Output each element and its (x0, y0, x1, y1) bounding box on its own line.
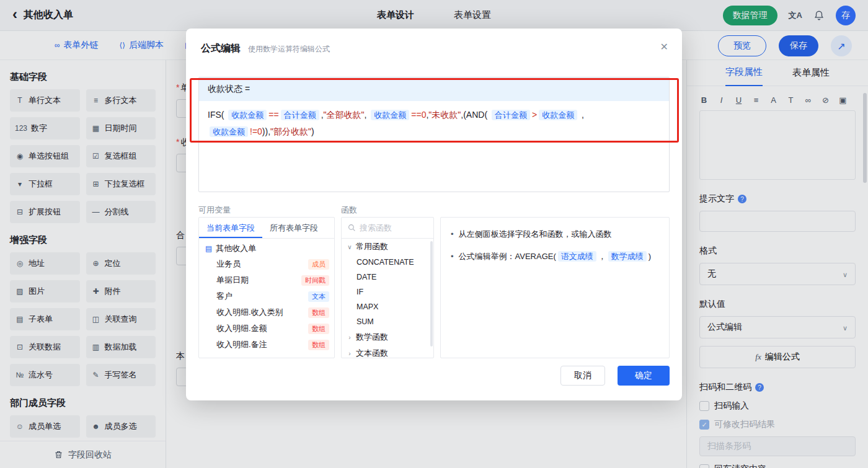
variable-name: 业务员 (216, 258, 241, 270)
function-group-label: 数学函数 (356, 332, 388, 343)
formula-editor[interactable]: 收款状态 = IFS( 收款金额==合计金额,"全部收款", 收款金额==0,"… (198, 77, 670, 192)
variable-type-tag: 数组 (308, 307, 329, 318)
function-group[interactable]: ∨常用函数 (342, 239, 433, 255)
search-icon (348, 224, 356, 232)
variable-name: 收入明细.收入类别 (216, 307, 283, 318)
help-example-prefix: 公式编辑举例：AVERAGE( (459, 252, 556, 261)
help-example-separator: ， (598, 252, 606, 261)
formula-target-line: 收款状态 = (199, 77, 669, 101)
functions-scrollbar[interactable] (430, 241, 433, 347)
formula-help-panel: • 从左侧面板选择字段名和函数，或输入函数 • 公式编辑举例：AVERAGE(语… (440, 217, 670, 358)
formula-token: !=0 (250, 126, 262, 136)
formula-token: "部分收款" (270, 126, 311, 136)
variable-row[interactable]: 收入明细.金额数组 (199, 320, 334, 337)
tab-all-form-fields[interactable]: 所有表单字段 (262, 218, 326, 238)
functions-panel: 搜索函数 ∨常用函数CONCATENATEDATEIFMAPXSUM›数学函数›… (341, 217, 434, 358)
modal-header: 公式编辑 使用数学运算符编辑公式 (186, 29, 682, 55)
help-text-2: 公式编辑举例：AVERAGE(语文成绩，数学成绩) (459, 250, 652, 263)
variable-type-tag: 时间戳 (301, 275, 329, 286)
formula-field-chip[interactable]: 合计金额 (281, 110, 319, 120)
variable-name: 收入明细.金额 (216, 323, 267, 334)
function-group[interactable]: ›数学函数 (342, 329, 433, 345)
chevron-right-icon: › (347, 350, 353, 357)
variables-root-label: 其他收入单 (216, 243, 256, 254)
function-item[interactable]: IF (342, 285, 433, 299)
formula-field-chip[interactable]: 收款金额 (371, 110, 409, 120)
formula-editor-modal: 公式编辑 使用数学运算符编辑公式 ✕ 收款状态 = IFS( 收款金额==合计金… (186, 29, 682, 400)
confirm-button[interactable]: 确定 (618, 366, 670, 386)
modal-footer: 取消 确定 (560, 366, 670, 386)
variable-row[interactable]: 业务员成员 (199, 256, 334, 272)
variable-row[interactable]: 收入明细.备注数组 (199, 337, 334, 353)
close-icon[interactable]: ✕ (660, 41, 668, 53)
help-line-2: • 公式编辑举例：AVERAGE(语文成绩，数学成绩) (451, 250, 659, 263)
variable-type-tag: 数组 (308, 324, 329, 334)
example-field-chip: 语文成绩 (558, 251, 596, 262)
variable-name: 客户 (216, 291, 232, 302)
variable-type-tag: 数组 (308, 340, 329, 350)
formula-token: , (365, 110, 370, 120)
cancel-button[interactable]: 取消 (560, 366, 605, 386)
help-text-1: 从左侧面板选择字段名和函数，或输入函数 (459, 227, 612, 241)
formula-token: IFS( (208, 110, 226, 120)
formula-token: == (268, 110, 278, 120)
chevron-down-icon: ∨ (347, 244, 353, 250)
function-group[interactable]: ›文本函数 (342, 345, 433, 358)
formula-expression[interactable]: IFS( 收款金额==合计金额,"全部收款", 收款金额==0,"未收款",(A… (199, 101, 669, 146)
modal-title: 公式编辑 (201, 42, 241, 55)
help-example-suffix: ) (649, 252, 651, 261)
function-search-input[interactable]: 搜索函数 (342, 218, 433, 239)
variables-section-label: 可用变量 (198, 205, 231, 216)
formula-token: "未收款" (428, 110, 461, 120)
variable-name: 收入明细.备注 (216, 339, 267, 350)
variable-row[interactable]: 收入明细.收入类别数组 (199, 304, 334, 320)
variables-tree: 业务员成员单据日期时间戳客户文本收入明细.收入类别数组收入明细.金额数组收入明细… (199, 256, 334, 353)
function-item[interactable]: CONCATENATE (342, 255, 433, 270)
function-group-label: 常用函数 (356, 241, 388, 252)
chevron-right-icon: › (347, 334, 353, 341)
formula-field-chip[interactable]: 收款金额 (539, 110, 577, 120)
function-search-placeholder: 搜索函数 (360, 223, 392, 234)
variable-row[interactable]: 客户文本 (199, 288, 334, 304)
formula-token: , (579, 110, 584, 120)
variable-row[interactable]: 单据日期时间戳 (199, 272, 334, 288)
formula-field-chip[interactable]: 收款金额 (210, 126, 248, 137)
help-line-1: • 从左侧面板选择字段名和函数，或输入函数 (451, 227, 659, 241)
formula-token: ==0 (411, 110, 426, 120)
formula-field-chip[interactable]: 合计金额 (492, 110, 530, 120)
function-item[interactable]: MAPX (342, 299, 433, 314)
variables-panel: 当前表单字段 所有表单字段 其他收入单 业务员成员单据日期时间戳客户文本收入明细… (198, 217, 335, 358)
formula-field-chip[interactable]: 收款金额 (228, 110, 267, 120)
function-item[interactable]: DATE (342, 270, 433, 285)
formula-token: "全部收款" (324, 110, 365, 120)
variable-type-tag: 成员 (308, 259, 329, 270)
formula-token: ) (311, 126, 314, 136)
variable-name: 单据日期 (216, 275, 249, 286)
modal-subtitle: 使用数学运算符编辑公式 (248, 44, 330, 55)
variable-type-tag: 文本 (308, 291, 329, 302)
variables-root[interactable]: 其他收入单 (199, 239, 334, 256)
function-group-label: 文本函数 (356, 348, 388, 358)
tab-current-form-fields[interactable]: 当前表单字段 (199, 218, 262, 238)
form-doc-icon (205, 244, 212, 253)
function-item[interactable]: SUM (342, 314, 433, 329)
formula-token: ,(AND( (461, 110, 490, 120)
bullet-icon: • (451, 227, 454, 241)
bullet-icon: • (451, 250, 454, 263)
formula-token: )), (262, 126, 270, 136)
variables-tabs: 当前表单字段 所有表单字段 (199, 218, 334, 239)
example-field-chip: 数学成绩 (608, 251, 647, 262)
functions-section-label: 函数 (341, 205, 357, 216)
formula-token: > (532, 110, 537, 120)
functions-list: ∨常用函数CONCATENATEDATEIFMAPXSUM›数学函数›文本函数 (342, 239, 433, 358)
